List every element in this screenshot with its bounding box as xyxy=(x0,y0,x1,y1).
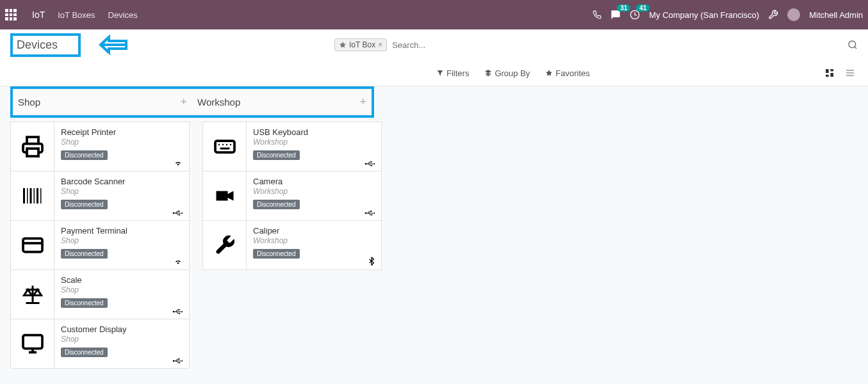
svg-rect-4 xyxy=(830,69,833,71)
search-facet-remove[interactable]: × xyxy=(378,40,382,49)
card-title: Camera xyxy=(253,177,375,186)
wrench-icon xyxy=(203,221,247,269)
device-card[interactable]: Customer DisplayShopDisconnected xyxy=(10,319,190,369)
device-card[interactable]: ScaleShopDisconnected xyxy=(10,269,190,319)
search-facet-label: IoT Box xyxy=(349,40,375,49)
svg-point-29 xyxy=(371,214,372,216)
usb-icon xyxy=(172,210,183,216)
kanban-headers-annotation: Shop + Workshop + xyxy=(10,86,374,118)
svg-rect-12 xyxy=(178,211,179,212)
svg-rect-3 xyxy=(826,69,829,73)
card-title: Receipt Printer xyxy=(61,127,183,137)
add-card-workshop[interactable]: + xyxy=(359,95,366,109)
topbar-right: 31 41 My Company (San Francisco) Mitchel… xyxy=(593,8,863,21)
card-title: Customer Display xyxy=(61,324,183,334)
svg-point-13 xyxy=(179,214,180,216)
avatar[interactable] xyxy=(787,8,800,21)
keyboard-icon xyxy=(203,122,247,171)
status-badge: Disconnected xyxy=(61,200,108,209)
svg-rect-20 xyxy=(178,358,179,360)
usb-icon xyxy=(364,210,375,216)
card-body: Customer DisplayShopDisconnected xyxy=(54,319,189,368)
search-input[interactable] xyxy=(387,38,848,52)
device-card[interactable]: Receipt PrinterShopDisconnected xyxy=(10,122,190,172)
scale-icon xyxy=(11,270,54,319)
card-subtitle: Shop xyxy=(61,285,183,294)
list-view-button[interactable] xyxy=(842,65,858,81)
device-card[interactable]: CameraWorkshopDisconnected xyxy=(202,171,382,221)
svg-rect-24 xyxy=(370,161,372,163)
card-body: CaliperWorkshopDisconnected xyxy=(247,221,381,269)
search-icon[interactable] xyxy=(848,40,858,50)
groupby-button[interactable]: Group By xyxy=(484,68,530,78)
svg-rect-5 xyxy=(830,73,833,77)
card-title: Scale xyxy=(61,275,183,285)
topbar-left: IoT IoT Boxes Devices xyxy=(5,9,138,20)
company-name[interactable]: My Company (San Francisco) xyxy=(649,10,759,20)
svg-rect-28 xyxy=(370,211,372,212)
status-badge: Disconnected xyxy=(253,150,300,160)
add-card-shop[interactable]: + xyxy=(180,95,187,109)
favorites-button[interactable]: Favorites xyxy=(545,68,589,78)
nav-iot-boxes[interactable]: IoT Boxes xyxy=(58,10,95,20)
status-badge: Disconnected xyxy=(61,249,108,259)
svg-point-1 xyxy=(849,41,856,48)
card-title: USB Keyboard xyxy=(253,127,375,137)
phone-icon[interactable] xyxy=(593,10,602,19)
filters-button[interactable]: Filters xyxy=(436,68,469,78)
kanban-column-shop: Receipt PrinterShopDisconnectedBarcode S… xyxy=(10,122,190,369)
card-body: Barcode ScannerShopDisconnected xyxy=(54,172,189,220)
usb-icon xyxy=(172,358,183,364)
card-body: ScaleShopDisconnected xyxy=(54,270,189,319)
card-icon xyxy=(11,221,54,269)
status-badge: Disconnected xyxy=(253,249,300,259)
card-subtitle: Shop xyxy=(61,335,183,344)
device-card[interactable]: Barcode ScannerShopDisconnected xyxy=(10,171,190,221)
device-card[interactable]: CaliperWorkshopDisconnected xyxy=(202,220,382,270)
printer-icon xyxy=(11,122,54,171)
search-facet[interactable]: IoT Box × xyxy=(334,38,387,51)
activities-badge: 41 xyxy=(636,4,650,12)
kanban-board: Receipt PrinterShopDisconnectedBarcode S… xyxy=(0,122,868,369)
monitor-icon xyxy=(11,319,54,368)
device-card[interactable]: Payment TerminalShopDisconnected xyxy=(10,220,190,270)
status-badge: Disconnected xyxy=(61,298,108,308)
kanban-view-button[interactable] xyxy=(822,65,837,81)
messages-icon[interactable]: 31 xyxy=(610,10,621,20)
activities-icon[interactable]: 41 xyxy=(630,10,640,20)
settings-icon[interactable] xyxy=(768,10,778,20)
card-subtitle: Shop xyxy=(61,138,183,147)
search-bar: IoT Box × xyxy=(334,38,858,52)
status-badge: Disconnected xyxy=(61,150,108,160)
page-title: Devices xyxy=(10,33,81,57)
apps-icon[interactable] xyxy=(5,9,17,20)
user-name[interactable]: Mitchell Admin xyxy=(809,10,863,20)
app-name: IoT xyxy=(32,10,45,20)
kanban-header-workshop[interactable]: Workshop + xyxy=(192,89,372,115)
messages-badge: 31 xyxy=(617,4,630,12)
usb-icon xyxy=(364,161,375,167)
usb-icon xyxy=(172,308,183,315)
control-panel: Devices IoT Box × Filters xyxy=(0,29,868,86)
card-subtitle: Shop xyxy=(61,236,183,245)
card-subtitle: Workshop xyxy=(253,138,375,147)
view-switcher xyxy=(822,65,858,81)
wifi-icon xyxy=(174,158,183,167)
card-body: CameraWorkshopDisconnected xyxy=(247,172,381,220)
bluetooth-icon xyxy=(368,257,375,266)
device-card[interactable]: USB KeyboardWorkshopDisconnected xyxy=(202,122,382,172)
filter-group: Filters Group By Favorites xyxy=(436,68,590,78)
nav-devices[interactable]: Devices xyxy=(108,10,138,20)
svg-rect-16 xyxy=(178,309,179,310)
card-title: Barcode Scanner xyxy=(61,177,183,186)
status-badge: Disconnected xyxy=(253,200,300,209)
barcode-icon xyxy=(11,172,54,220)
svg-rect-6 xyxy=(826,75,829,77)
kanban-header-shop[interactable]: Shop + xyxy=(13,89,192,115)
card-body: USB KeyboardWorkshopDisconnected xyxy=(247,122,381,171)
kanban-column-workshop: USB KeyboardWorkshopDisconnectedCameraWo… xyxy=(202,122,382,369)
svg-line-2 xyxy=(855,47,856,49)
svg-point-25 xyxy=(371,165,372,166)
camera-icon xyxy=(203,172,247,220)
card-subtitle: Workshop xyxy=(253,236,375,245)
